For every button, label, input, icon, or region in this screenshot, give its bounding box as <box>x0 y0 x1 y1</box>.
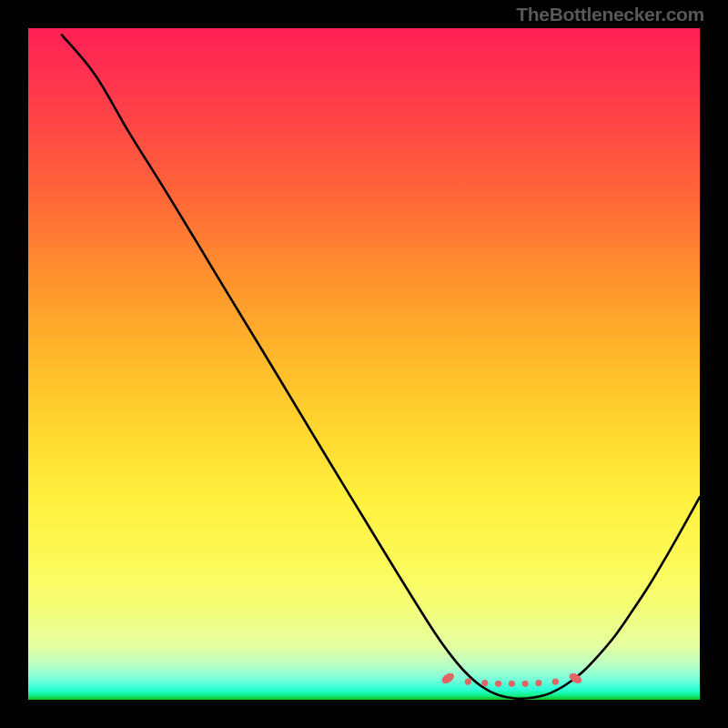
optimum-marker <box>522 681 529 687</box>
optimum-marker <box>465 678 471 684</box>
curve-layer <box>28 28 700 700</box>
optimum-marker <box>552 678 559 684</box>
attribution-text: TheBottlenecker.com <box>516 4 704 25</box>
optimum-marker <box>481 680 488 686</box>
bottleneck-curve <box>62 35 700 698</box>
optimum-markers <box>440 671 583 687</box>
plot-area <box>28 28 700 700</box>
optimum-marker <box>495 681 501 687</box>
optimum-marker <box>535 680 541 686</box>
optimum-marker <box>440 671 456 685</box>
optimum-marker <box>509 681 515 687</box>
chart-stage: TheBottlenecker.com <box>0 0 728 728</box>
